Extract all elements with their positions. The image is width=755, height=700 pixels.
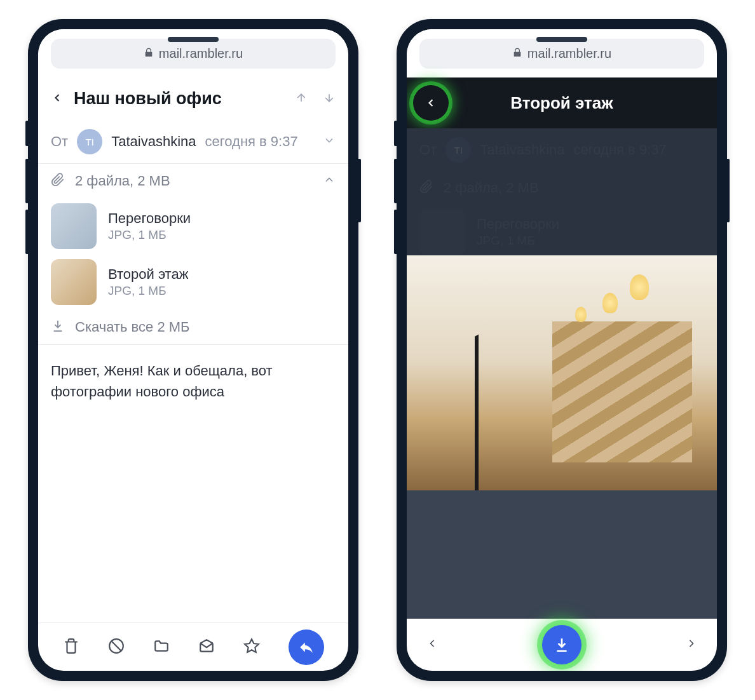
attachment-thumbnail [51, 259, 97, 305]
viewer-bottom-bar [407, 619, 717, 671]
prev-image-button[interactable] [426, 637, 439, 652]
sender-row[interactable]: От TI Tataivashkina сегодня в 9:37 [38, 120, 348, 164]
url-text: mail.rambler.ru [159, 46, 243, 61]
attachments-summary: 2 файла, 2 MB [75, 173, 313, 189]
nav-arrows [295, 91, 336, 107]
paperclip-icon [51, 173, 65, 189]
phone-frame-right: mail.rambler.ru Второй этаж От TI Tataiv… [397, 19, 727, 681]
avatar: TI [77, 129, 102, 154]
lock-icon [512, 46, 522, 61]
attachment-meta: JPG, 1 МБ [108, 228, 191, 242]
star-button[interactable] [243, 638, 260, 657]
url-pill: mail.rambler.ru [51, 39, 336, 69]
next-email-button[interactable] [323, 91, 336, 107]
browser-url-bar[interactable]: mail.rambler.ru [38, 29, 348, 77]
viewer-back-button[interactable] [413, 85, 449, 121]
phone-frame-left: mail.rambler.ru Наш новый офис От TI Tat… [28, 19, 358, 681]
download-all-label: Скачать все 2 МБ [75, 319, 190, 335]
download-image-button[interactable] [542, 625, 582, 664]
folder-button[interactable] [153, 638, 170, 657]
screen-email: mail.rambler.ru Наш новый офис От TI Tat… [38, 29, 348, 671]
email-subject: Наш новый офис [74, 89, 285, 109]
lock-icon [144, 46, 154, 61]
attachment-item[interactable]: Второй этаж JPG, 1 МБ [38, 254, 348, 310]
mark-read-button[interactable] [198, 638, 215, 657]
next-image-button[interactable] [685, 637, 698, 652]
block-button[interactable] [108, 638, 125, 657]
bottom-toolbar [38, 623, 348, 671]
delete-button[interactable] [63, 638, 79, 657]
sender-time: сегодня в 9:37 [205, 133, 314, 150]
screen-viewer: mail.rambler.ru Второй этаж От TI Tataiv… [407, 29, 717, 671]
viewed-image[interactable] [407, 255, 717, 490]
dimmed-background: От TI Tataivashkina сегодня в 9:37 2 фай… [407, 128, 717, 255]
expand-sender-icon[interactable] [323, 134, 336, 149]
email-body: Привет, Женя! Как и обещала, вот фотогра… [38, 345, 348, 623]
attachment-name: Второй этаж [108, 266, 188, 283]
viewer-header: Второй этаж [407, 77, 717, 128]
sender-name: Tataivashkina [111, 133, 196, 150]
attachment-item[interactable]: Переговорки JPG, 1 МБ [38, 198, 348, 254]
url-pill: mail.rambler.ru [419, 39, 704, 69]
image-viewer: Второй этаж От TI Tataivashkina сегодня … [407, 77, 717, 671]
attachment-thumbnail [51, 203, 97, 249]
email-header: Наш новый офис [38, 77, 348, 120]
download-all-button[interactable]: Скачать все 2 МБ [38, 310, 348, 345]
attachment-name: Переговорки [108, 210, 191, 227]
from-label: От [51, 133, 68, 150]
reply-button[interactable] [289, 629, 324, 665]
attachments-row[interactable]: 2 файла, 2 MB [38, 164, 348, 198]
prev-email-button[interactable] [295, 91, 308, 107]
browser-url-bar[interactable]: mail.rambler.ru [407, 29, 717, 77]
back-button[interactable] [51, 91, 64, 107]
download-icon [51, 319, 65, 335]
attachment-meta: JPG, 1 МБ [108, 284, 188, 298]
collapse-attachments-icon[interactable] [323, 173, 336, 189]
url-text: mail.rambler.ru [527, 46, 611, 61]
viewer-title: Второй этаж [510, 93, 613, 113]
